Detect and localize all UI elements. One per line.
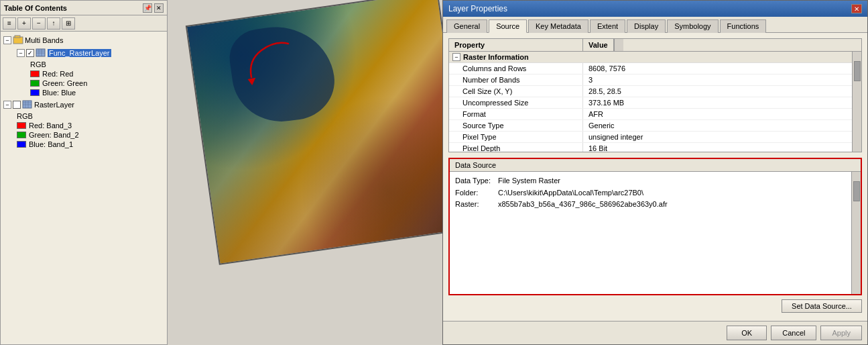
tab-symbology[interactable]: Symbology [667, 19, 718, 33]
table-header: Property Value [449, 39, 861, 52]
band-green2-label: Green: Band_2 [29, 131, 79, 139]
toc-func-header[interactable]: − Func_RasterLayer [17, 47, 164, 59]
dialog-title: Layer Properties [448, 4, 507, 13]
toc-close-icon[interactable]: ✕ [154, 3, 164, 13]
toc-band-green2: Green: Band_2 [17, 130, 164, 140]
prop-row-sourcetype: Source Type Generic [449, 120, 852, 132]
band-red-swatch [30, 70, 40, 77]
toc-list-icon[interactable]: ≡ [3, 17, 16, 30]
prop-row-pixeldepth: Pixel Depth 16 Bit [449, 143, 852, 152]
ds-raster-key: Raster: [455, 199, 495, 211]
table-scrollbar-thumb[interactable] [854, 61, 861, 81]
raster-info-section: − Raster Information [449, 52, 852, 63]
tab-display[interactable]: Display [627, 19, 666, 33]
toc-group-header-raster[interactable]: − RasterLayer [3, 99, 164, 111]
toc-grid-icon[interactable]: ⊞ [62, 17, 75, 30]
toc-group-header-multibands[interactable]: − Multi Bands [3, 34, 164, 46]
data-source-label: Data Source [450, 159, 861, 172]
set-data-source-button[interactable]: Set Data Source... [782, 299, 862, 313]
cancel-button[interactable]: Cancel [771, 326, 816, 340]
table-scrollbar[interactable] [852, 52, 861, 152]
band-green-swatch [30, 80, 40, 87]
raster-placeholder [186, 0, 471, 265]
toc-add-icon[interactable]: + [17, 17, 31, 30]
tab-extent[interactable]: Extent [590, 19, 625, 33]
data-source-section: Data Source Data Type: File System Raste… [448, 158, 862, 295]
dialog-close-button[interactable]: ✕ [851, 4, 862, 13]
col-property-header: Property [449, 39, 583, 51]
toc-pin-icon[interactable]: 📌 [143, 3, 152, 13]
toc-band-red1: Red: Red [30, 69, 164, 79]
prop-key-colrows: Columns and Rows [449, 63, 583, 74]
toc-remove-icon[interactable]: − [32, 17, 46, 30]
data-source-content: Data Type: File System Raster Folder: C:… [450, 172, 861, 294]
layer-properties-dialog: Layer Properties ✕ General Source Key Me… [442, 0, 868, 345]
prop-key-pixeltype: Pixel Type [449, 132, 583, 142]
toc-group-multibands: − Multi Bands − [3, 34, 164, 97]
ds-line-datatype: Data Type: File System Raster [455, 175, 855, 187]
properties-table: Property Value − Raster Information Colu… [448, 38, 862, 152]
ds-line-raster: Raster: x855b7ab3_b56a_4367_986c_586962a… [455, 199, 855, 211]
toc-group-rasterlayer: − RasterLayer RGB Red: Band_3 [3, 99, 164, 149]
svg-rect-1 [15, 36, 20, 38]
prop-row-bands: Number of Bands 3 [449, 75, 852, 86]
tab-functions[interactable]: Functions [720, 19, 767, 33]
ds-line-folder: Folder: C:\Users\kikit\AppData\Local\Tem… [455, 187, 855, 199]
band-blue2-label: Blue: Band_1 [29, 140, 73, 148]
col-value-header: Value [583, 39, 614, 51]
band-green-label: Green: Green [42, 79, 87, 87]
toc-expand-raster[interactable]: − [3, 101, 11, 109]
ds-raster-val: x855b7ab3_b56a_4367_986c_586962abe363y0.… [498, 199, 668, 211]
toc-band-red2: Red: Band_3 [17, 121, 164, 130]
ds-folder-val: C:\Users\kikit\AppData\Local\Temp\arc27B… [498, 187, 643, 199]
toc-expand-func[interactable]: − [17, 49, 25, 57]
prop-val-pixeltype: unsigned integer [583, 132, 852, 142]
prop-row-cellsize: Cell Size (X, Y) 28.5, 28.5 [449, 86, 852, 97]
svg-rect-7 [23, 101, 32, 108]
band-blue-label: Blue: Blue [42, 89, 76, 97]
datasource-scrollbar-thumb[interactable] [853, 181, 860, 201]
prop-val-pixeldepth: 16 Bit [583, 143, 852, 152]
toc-band-green1: Green: Green [30, 79, 164, 88]
prop-row-size: Uncompressed Size 373.16 MB [449, 97, 852, 109]
toc-up-icon[interactable]: ↑ [47, 17, 60, 30]
svg-rect-2 [36, 49, 45, 56]
dialog-tabs: General Source Key Metadata Extent Displ… [443, 17, 867, 33]
band-green2-swatch [17, 132, 26, 138]
band-blue2-swatch [17, 141, 26, 148]
prop-key-cellsize: Cell Size (X, Y) [449, 86, 583, 97]
raster-info-title: Raster Information [463, 53, 529, 61]
dialog-titlebar: Layer Properties ✕ [443, 1, 867, 17]
toc-expand-multibands[interactable]: − [3, 36, 11, 44]
apply-button[interactable]: Apply [820, 326, 862, 340]
prop-row-pixeltype: Pixel Type unsigned integer [449, 132, 852, 143]
ok-button[interactable]: OK [727, 326, 767, 340]
toc-content: − Multi Bands − [1, 32, 167, 344]
prop-val-cellsize: 28.5, 28.5 [583, 86, 852, 97]
set-datasource-row: Set Data Source... [448, 295, 862, 315]
prop-val-colrows: 8608, 7576 [583, 63, 852, 74]
toc-func-layer-name[interactable]: Func_RasterLayer [48, 49, 111, 57]
toc-band-blue2: Blue: Band_1 [17, 140, 164, 149]
annotation-arrow [235, 37, 302, 91]
dialog-footer: OK Cancel Apply [443, 321, 867, 344]
prop-val-sourcetype: Generic [583, 120, 852, 131]
prop-val-bands: 3 [583, 75, 852, 85]
prop-val-size: 373.16 MB [583, 97, 852, 108]
table-body: − Raster Information Columns and Rows 86… [449, 52, 852, 152]
band-red-label: Red: Red [42, 70, 73, 78]
tab-general[interactable]: General [446, 19, 487, 33]
prop-key-format: Format [449, 109, 583, 119]
toc-band-blue1: Blue: Blue [30, 88, 164, 97]
datasource-scrollbar[interactable] [851, 172, 861, 294]
tab-key-metadata[interactable]: Key Metadata [528, 19, 588, 33]
ds-datatype-val: File System Raster [498, 175, 560, 187]
prop-key-pixeldepth: Pixel Depth [449, 143, 583, 152]
toc-raster-group-checkbox[interactable] [13, 101, 21, 109]
section-collapse-icon[interactable]: − [452, 53, 460, 61]
toc-raster-layer-name[interactable]: RasterLayer [34, 101, 74, 109]
prop-key-bands: Number of Bands [449, 75, 583, 85]
toc-func-checkbox[interactable] [26, 49, 34, 57]
tab-source[interactable]: Source [489, 19, 527, 33]
dialog-body: Property Value − Raster Information Colu… [443, 33, 867, 321]
